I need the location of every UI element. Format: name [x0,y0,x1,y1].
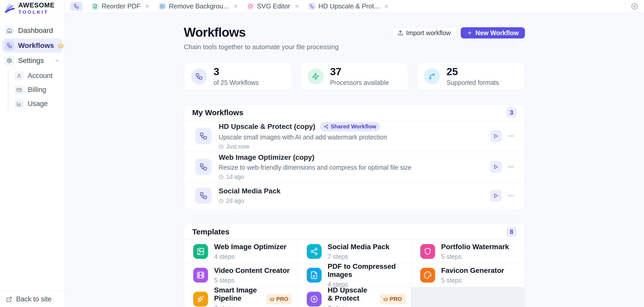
logo-line2: TOOLKIT [18,10,55,15]
sidebar: AWESOME TOOLKIT Dashboard Workflows Sett… [0,0,65,307]
template-steps: 7 steps [214,304,260,307]
sidebar-item-label: Usage [28,100,48,108]
workflow-row[interactable]: HD Upscale & Protect (copy) Shared Workf… [184,121,525,152]
tab-workflows-home[interactable] [70,2,82,11]
zap-icon [308,69,324,84]
gear-icon [5,56,14,65]
shared-workflow-label: Shared Workflow [331,123,376,130]
template-social-media-pack[interactable]: Social Media Pack 7 steps [298,240,411,263]
close-icon[interactable] [145,4,150,9]
workflow-icon [191,69,207,84]
tab-reorder-pdf[interactable]: Reorder PDF [92,2,150,10]
stat-label: Supported formats [446,79,499,86]
template-name: Video Content Creator [214,266,290,275]
template-steps: 5 steps [441,277,504,284]
more-options-button[interactable] [507,163,514,170]
file-text-icon [307,268,321,283]
sidebar-item-settings[interactable]: Settings [2,54,62,68]
template-web-image-optimizer[interactable]: Web Image Optimizer 4 steps [184,240,298,263]
palette-icon [420,268,435,283]
tab-label: Reorder PDF [102,2,141,10]
template-name: HD Upscale & Protect [328,286,374,302]
template-name: Favicon Generator [441,266,504,275]
template-steps: 5 steps [214,277,290,284]
user-icon [15,71,24,81]
run-workflow-button[interactable] [490,190,502,202]
back-to-site-label: Back to site [16,295,52,303]
template-pdf-to-compressed-images[interactable]: PDF to Compressed Images 4 steps [298,263,411,287]
crown-icon [58,43,64,49]
tab-svg-editor[interactable]: SVG Editor [247,2,299,10]
workflow-row[interactable]: Web Image Optimizer (copy) Resize to web… [184,152,525,182]
sidebar-item-account[interactable]: Account [15,69,62,83]
template-name: Smart Image Pipeline [214,286,260,302]
back-to-site-link[interactable]: Back to site [0,291,64,307]
template-steps: 5 steps [441,253,509,260]
settings-subnav: Account Billing Usage [8,69,62,111]
tab-label: SVG Editor [257,2,290,10]
workflow-row[interactable]: Social Media Pack 2d ago [184,182,525,209]
film-icon [193,268,208,283]
new-workflow-button[interactable]: New Workflow [461,27,525,38]
template-name: PDF to Compressed Images [328,262,405,279]
close-all-tabs-button[interactable] [631,3,638,10]
run-workflow-button[interactable] [490,130,502,142]
close-icon[interactable] [233,4,238,9]
workflow-icon [309,3,315,10]
upload-icon [398,30,403,36]
import-workflow-label: Import workflow [406,29,451,37]
template-favicon-generator[interactable]: Favicon Generator 5 steps [411,263,525,287]
template-empty-cell [411,287,525,307]
sidebar-item-billing[interactable]: Billing [15,83,62,97]
workflow-icon [195,188,212,204]
close-icon[interactable] [295,4,299,9]
palette-icon [247,3,254,10]
workflow-icon [5,41,14,50]
tab-remove-background[interactable]: Remove Backgrou... [159,2,238,10]
sidebar-item-workflows[interactable]: Workflows [2,38,62,53]
template-steps: 4 steps [214,253,286,260]
stat-card-workflows: 3 of 25 Workflows [184,63,292,90]
pro-badge: PRO [267,294,292,304]
run-workflow-button[interactable] [490,161,502,173]
pro-label: PRO [390,296,402,302]
new-workflow-label: New Workflow [475,29,519,37]
credit-card-icon [15,85,24,95]
templates-panel: Templates 8 Web Image Optimizer 4 steps [184,224,525,307]
template-steps: 7 steps [328,253,389,260]
workflow-description: Resize to web-friendly dimensions and co… [219,164,483,171]
tab-bar: Reorder PDF Remove Backgrou... SVG Edito… [65,0,644,13]
sidebar-nav: Dashboard Workflows Settings Account Bil… [0,16,64,111]
tab-hd-upscale[interactable]: HD Upscale & Prot... [309,2,389,10]
workflow-time: 1d ago [226,173,244,180]
import-workflow-button[interactable]: Import workflow [392,27,457,38]
workflow-time: Just now [226,143,249,150]
template-name: Web Image Optimizer [214,243,286,251]
pro-label: PRO [276,296,288,302]
workflow-icon [74,4,79,9]
page-content: Workflows Chain tools together to automa… [65,13,644,307]
clock-icon [219,198,224,204]
template-portfolio-watermark[interactable]: Portfolio Watermark 5 steps [411,240,525,263]
crown-icon [383,297,388,301]
my-workflows-title: My Workflows [192,108,243,117]
template-smart-image-pipeline[interactable]: Smart Image Pipeline 7 steps PRO [184,287,298,307]
workflow-title: HD Upscale & Protect (copy) [219,123,315,131]
stat-value: 37 [330,66,389,77]
plus-icon [467,30,472,36]
sidebar-item-label: Account [28,72,53,80]
more-options-button[interactable] [507,132,514,140]
close-icon[interactable] [384,4,389,9]
sidebar-item-usage[interactable]: Usage [15,97,62,111]
stat-card-formats: 25 Supported formats [417,63,525,90]
fan-logo-icon [4,2,15,14]
template-video-content-creator[interactable]: Video Content Creator 5 steps [184,263,298,287]
workflow-title: Web Image Optimizer (copy) [219,153,314,162]
logo-line1: AWESOME [18,2,55,8]
my-workflows-count-badge: 3 [507,108,516,117]
clock-icon [219,144,224,149]
more-options-button[interactable] [507,192,514,199]
sidebar-item-dashboard[interactable]: Dashboard [2,23,62,38]
file-text-icon [92,3,99,10]
template-hd-upscale-protect[interactable]: HD Upscale & Protect 7 steps PRO [298,287,411,307]
